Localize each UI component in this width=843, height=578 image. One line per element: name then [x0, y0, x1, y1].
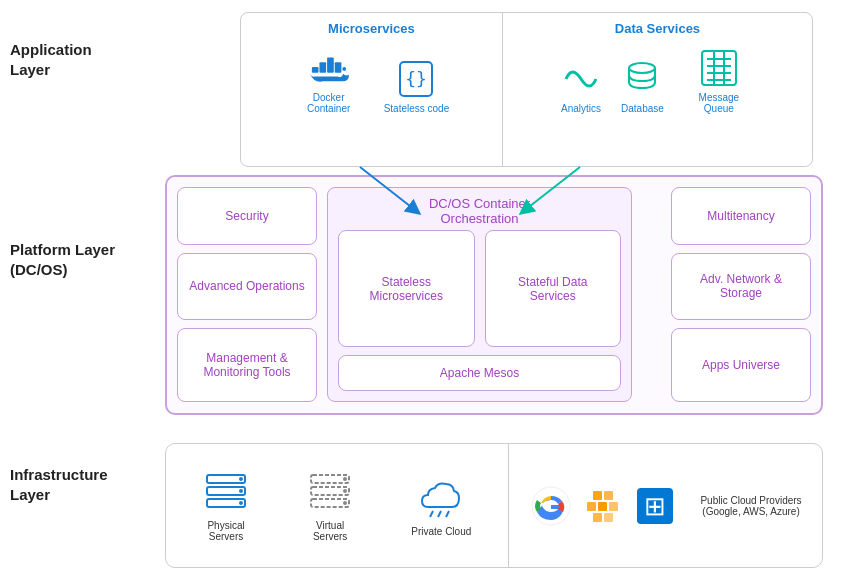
database-icon [622, 59, 662, 99]
svg-point-11 [629, 63, 655, 73]
private-cloud-label: Private Cloud [411, 526, 471, 537]
private-cloud-item: Private Cloud [411, 475, 471, 537]
physical-servers-item: PhysicalServers [203, 469, 249, 542]
microservices-title: Microservices [328, 21, 415, 36]
multitenancy-box: Multitenancy [671, 187, 811, 245]
svg-text:{}: {} [406, 68, 428, 89]
private-cloud-icon [418, 475, 464, 521]
svg-point-28 [343, 477, 347, 481]
platform-right-column: Multitenancy Adv. Network & Storage Apps… [671, 187, 811, 402]
advanced-ops-box: Advanced Operations [177, 253, 317, 319]
database-item: Database [621, 59, 664, 114]
physical-servers-label: PhysicalServers [207, 520, 244, 542]
virtual-servers-item: VirtualServers [307, 469, 353, 542]
security-box: Security [177, 187, 317, 245]
message-queue-icon [699, 48, 739, 88]
platform-center: DC/OS ContainerOrchestration StatelessMi… [327, 187, 632, 402]
data-services-icons: Analytics Database [561, 48, 754, 114]
public-cloud-icons: ⊞ [530, 485, 676, 527]
svg-line-31 [430, 511, 433, 517]
adv-network-box: Adv. Network & Storage [671, 253, 811, 319]
virtual-servers-label: VirtualServers [313, 520, 347, 542]
aws-icon-item [582, 485, 624, 527]
queue-label: Message Queue [684, 92, 754, 114]
mgmt-tools-box: Management & Monitoring Tools [177, 328, 317, 402]
public-cloud-label: Public Cloud Providers(Google, AWS, Azur… [700, 495, 801, 517]
database-label: Database [621, 103, 664, 114]
infra-on-premise: PhysicalServers VirtualServers [166, 444, 509, 567]
application-layer-box: Microservices [240, 12, 813, 167]
stateless-code-label: Stateless code [384, 103, 450, 114]
aws-icon [582, 485, 624, 527]
infra-layer-box: PhysicalServers VirtualServers [165, 443, 823, 568]
message-queue-item: Message Queue [684, 48, 754, 114]
apache-mesos-box: Apache Mesos [338, 355, 621, 391]
svg-point-29 [343, 489, 347, 493]
azure-icon: ⊞ [634, 485, 676, 527]
microservices-section: Microservices [241, 13, 503, 166]
data-services-title: Data Services [615, 21, 700, 36]
azure-icon-item: ⊞ [634, 485, 676, 527]
svg-text:⊞: ⊞ [644, 491, 666, 521]
physical-servers-icon [203, 469, 249, 515]
docker-label: Docker Container [294, 92, 364, 114]
apps-universe-box: Apps Universe [671, 328, 811, 402]
microservices-icons: Docker Container {} Stateless code [294, 48, 450, 114]
svg-point-8 [342, 67, 346, 71]
dcos-title: DC/OS ContainerOrchestration [328, 188, 631, 230]
analytics-label: Analytics [561, 103, 601, 114]
data-services-section: Data Services Analytics [503, 13, 812, 166]
svg-point-22 [239, 477, 243, 481]
stateless-code-item: {} Stateless code [384, 59, 450, 114]
svg-rect-2 [319, 67, 326, 73]
svg-rect-39 [609, 502, 618, 511]
diagram: ApplicationLayer Platform Layer(DC/OS) I… [0, 0, 843, 578]
svg-rect-38 [598, 502, 607, 511]
google-icon-item [530, 485, 572, 527]
svg-rect-5 [327, 67, 334, 73]
platform-layer-label: Platform Layer(DC/OS) [10, 240, 160, 279]
orchestration-row: StatelessMicroservices Stateful DataServ… [328, 230, 631, 347]
svg-rect-40 [593, 513, 602, 522]
svg-point-23 [239, 489, 243, 493]
docker-icon [309, 48, 349, 88]
svg-line-33 [446, 511, 449, 517]
svg-rect-7 [334, 67, 341, 73]
analytics-icon [561, 59, 601, 99]
analytics-item: Analytics [561, 59, 601, 114]
infra-layer-label: InfrastructureLayer [10, 465, 160, 504]
infra-public-cloud: ⊞ Public Cloud Providers(Google, AWS, Az… [509, 444, 822, 567]
virtual-servers-icon [307, 469, 353, 515]
svg-rect-0 [311, 67, 318, 73]
google-icon [530, 485, 572, 527]
svg-rect-37 [587, 502, 596, 511]
svg-point-24 [239, 501, 243, 505]
stateless-code-icon: {} [396, 59, 436, 99]
svg-rect-36 [604, 491, 613, 500]
svg-rect-41 [604, 513, 613, 522]
docker-item: Docker Container [294, 48, 364, 114]
stateless-microservices-box: StatelessMicroservices [338, 230, 475, 347]
svg-rect-35 [593, 491, 602, 500]
stateful-data-box: Stateful DataServices [485, 230, 622, 347]
platform-layer-box: Security Advanced Operations Management … [165, 175, 823, 415]
svg-point-30 [343, 501, 347, 505]
svg-line-32 [438, 511, 441, 517]
app-layer-label: ApplicationLayer [10, 40, 150, 79]
platform-left-column: Security Advanced Operations Management … [177, 187, 317, 402]
